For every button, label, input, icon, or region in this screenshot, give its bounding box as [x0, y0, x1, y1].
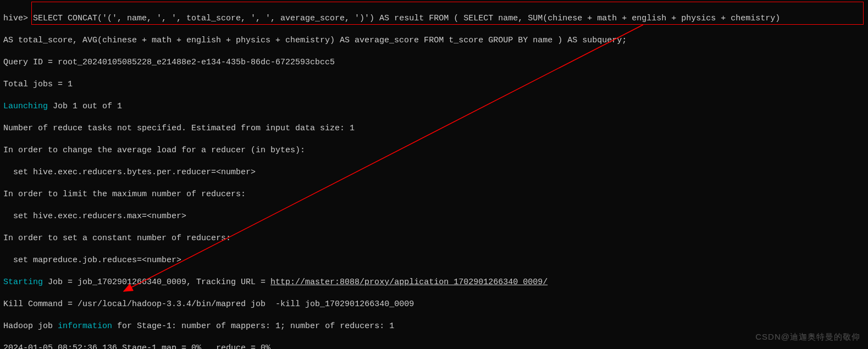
sql-query-line2: AS total_score, AVG(chinese + math + eng… — [3, 35, 865, 46]
reduce-tasks-info: Number of reduce tasks not specified. Es… — [3, 123, 865, 134]
sql-query-line1: SELECT CONCAT('(', name, ', ', total_sco… — [28, 14, 780, 23]
total-jobs: Total jobs = 1 — [3, 79, 865, 90]
terminal-output[interactable]: hive> SELECT CONCAT('(', name, ', ', tot… — [0, 0, 868, 349]
hint-line: In order to change the average load for … — [3, 145, 865, 156]
launching-text: Job 1 out of 1 — [48, 102, 122, 111]
starting-text: Job = job_1702901266340_0009, Tracking U… — [43, 278, 270, 287]
hadoop-info-post: for Stage-1: number of mappers: 1; numbe… — [112, 322, 394, 331]
kill-command-pre: Kill Command = /usr/local/hadoop-3.3.4/b… — [3, 300, 275, 309]
hive-prompt: hive> — [3, 14, 28, 23]
tracking-url-link[interactable]: http://master:8088/proxy/application_170… — [270, 278, 548, 287]
progress-line: 2024-01-05 08:52:36,136 Stage-1 map = 0%… — [3, 343, 865, 349]
kill-command-post: job_1702901266340_0009 — [300, 300, 414, 309]
hadoop-info-pre: Hadoop job — [3, 322, 58, 331]
query-id: Query ID = root_20240105085228_e21488e2-… — [3, 57, 865, 68]
hint-set-line: set mapreduce.job.reduces=<number> — [3, 255, 865, 266]
hint-line: In order to limit the maximum number of … — [3, 189, 865, 200]
watermark-text: CSDN@迪迦奥特曼的敬仰 — [755, 331, 860, 342]
starting-label: Starting — [3, 278, 43, 287]
information-label: information — [58, 322, 112, 331]
kill-flag: -kill — [275, 300, 300, 309]
launching-label: Launching — [3, 102, 48, 111]
hint-line: In order to set a constant number of red… — [3, 233, 865, 244]
hint-set-line: set hive.exec.reducers.max=<number> — [3, 211, 865, 222]
hint-set-line: set hive.exec.reducers.bytes.per.reducer… — [3, 167, 865, 178]
